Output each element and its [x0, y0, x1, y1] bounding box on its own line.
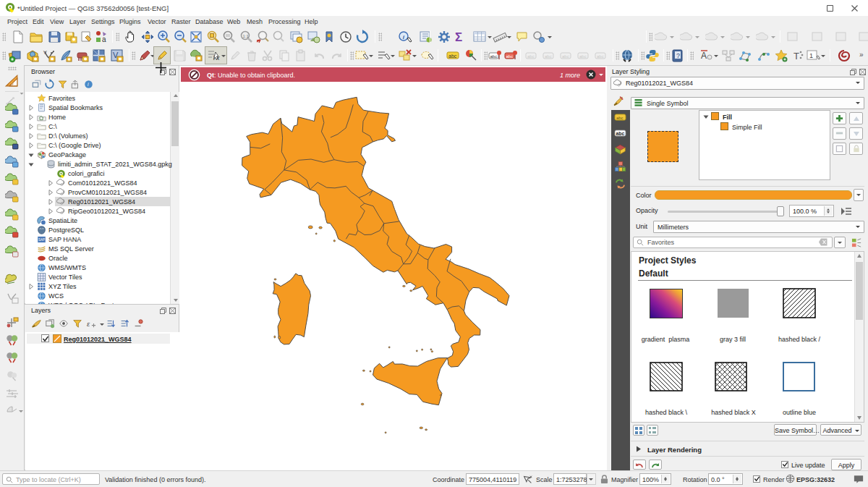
svg-text:abc: abc: [597, 54, 604, 59]
svg-text:abc: abc: [490, 54, 498, 59]
svg-text:SAP: SAP: [38, 238, 45, 242]
svg-text:abc: abc: [545, 54, 552, 59]
svg-text:abc: abc: [448, 54, 457, 59]
svg-text:abc: abc: [616, 116, 624, 120]
svg-text:abc: abc: [527, 54, 535, 59]
svg-text:ε: ε: [87, 320, 90, 328]
svg-text:1:1: 1:1: [243, 34, 250, 38]
svg-text:1: 1: [809, 52, 813, 59]
svg-text:abc: abc: [506, 54, 514, 59]
svg-text:abc: abc: [562, 54, 569, 59]
svg-text:V: V: [43, 50, 47, 55]
svg-text:abc: abc: [616, 131, 625, 136]
svg-text:A: A: [701, 51, 707, 61]
svg-text:?: ?: [676, 52, 680, 59]
svg-text:a: a: [102, 35, 106, 43]
svg-text:abc: abc: [579, 54, 587, 59]
svg-text:Σ: Σ: [455, 30, 462, 44]
svg-text:T: T: [793, 51, 799, 62]
